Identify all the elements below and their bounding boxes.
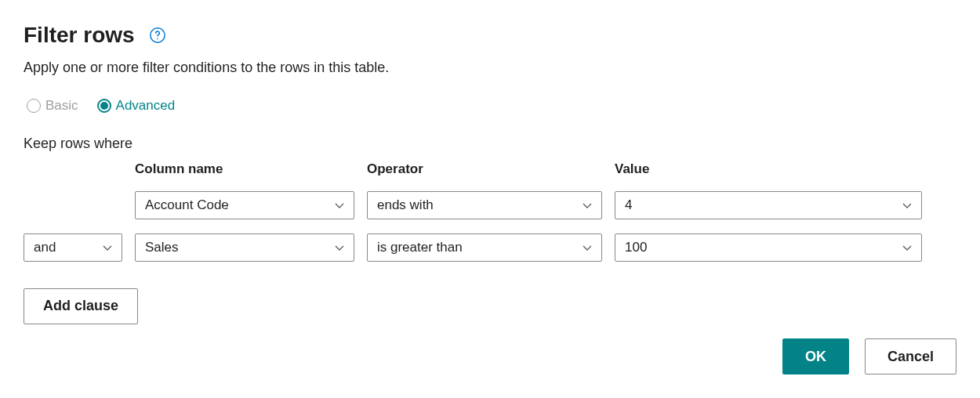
header-operator: Operator [367, 161, 602, 177]
mode-advanced-radio[interactable]: Advanced [97, 98, 176, 114]
add-clause-button[interactable]: Add clause [24, 288, 138, 324]
chevron-down-icon [333, 199, 346, 212]
clause-1-operator-value: ends with [377, 197, 434, 213]
page-title: Filter rows [24, 22, 135, 49]
page-subtitle: Apply one or more filter conditions to t… [24, 60, 956, 76]
mode-basic-radio[interactable]: Basic [27, 98, 78, 114]
radio-checked-icon [97, 99, 111, 113]
mode-basic-label: Basic [45, 98, 78, 114]
help-icon[interactable] [149, 27, 166, 44]
clause-2-column-value: Sales [145, 240, 179, 255]
chevron-down-icon [101, 241, 114, 254]
clause-2-conjunction-select[interactable]: and [24, 233, 122, 262]
clause-2-operator-select[interactable]: is greater than [367, 233, 602, 262]
clause-2-column-select[interactable]: Sales [135, 233, 354, 262]
header-column-name: Column name [135, 161, 354, 177]
clause-2-value-value: 100 [625, 240, 647, 255]
clause-1-column-value: Account Code [145, 197, 229, 213]
chevron-down-icon [901, 241, 913, 254]
chevron-down-icon [581, 241, 593, 254]
clause-2-value-select[interactable]: 100 [615, 233, 922, 262]
radio-icon [27, 99, 41, 113]
clause-1-value-value: 4 [625, 197, 632, 213]
clause-1-operator-select[interactable]: ends with [367, 191, 602, 219]
svg-point-1 [157, 38, 158, 40]
chevron-down-icon [901, 199, 913, 212]
clause-2-conjunction-value: and [34, 240, 56, 255]
ok-button[interactable]: OK [782, 338, 849, 374]
clause-1-value-select[interactable]: 4 [615, 191, 922, 219]
mode-advanced-label: Advanced [116, 98, 176, 114]
cancel-button[interactable]: Cancel [865, 338, 956, 374]
clause-1-column-select[interactable]: Account Code [135, 191, 354, 219]
chevron-down-icon [333, 241, 346, 254]
header-value: Value [615, 161, 922, 177]
clause-2-operator-value: is greater than [377, 240, 463, 255]
keep-rows-label: Keep rows where [24, 136, 956, 152]
chevron-down-icon [581, 199, 593, 212]
